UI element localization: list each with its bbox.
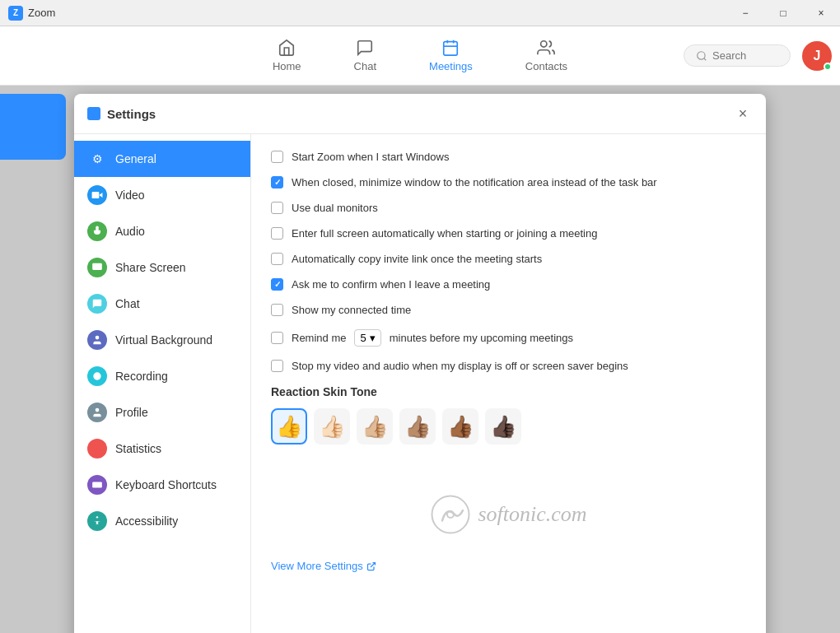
setting-dual-monitors: Use dual monitors <box>271 202 746 214</box>
statistics-icon <box>87 439 107 458</box>
tab-contacts[interactable]: Contacts <box>516 32 577 79</box>
sidebar-item-accessibility[interactable]: Accessibility <box>74 503 250 539</box>
label-start-zoom: Start Zoom when I start Windows <box>292 151 449 163</box>
search-bar[interactable] <box>684 44 791 67</box>
softonic-text: softonic.com <box>478 502 586 527</box>
skin-tone-default[interactable]: 👍 <box>271 408 307 444</box>
sidebar-label-profile: Profile <box>115 406 148 419</box>
app-title: Zoom <box>28 7 55 19</box>
sidebar-item-virtual-background[interactable]: Virtual Background <box>74 322 250 358</box>
keyboard-shortcuts-icon <box>87 475 107 495</box>
checkbox-fullscreen[interactable] <box>271 227 283 240</box>
svg-point-25 <box>432 496 469 533</box>
minimize-button[interactable]: − <box>726 0 764 26</box>
view-more-settings: View More Settings <box>271 560 746 572</box>
title-bar: Z Zoom − □ × <box>0 0 840 26</box>
setting-stop-video: Stop my video and audio when my display … <box>271 360 746 372</box>
reaction-skin-tone-section: Reaction Skin Tone 👍 👍🏻 👍🏼 👍🏽 👍🏾 👍🏿 <box>271 385 746 444</box>
sidebar-item-recording[interactable]: Recording <box>74 358 250 394</box>
avatar-initial: J <box>814 49 821 63</box>
video-icon <box>87 185 107 205</box>
sidebar-label-keyboard-shortcuts: Keyboard Shortcuts <box>115 478 217 491</box>
close-button[interactable]: × <box>802 0 840 26</box>
setting-start-zoom: Start Zoom when I start Windows <box>271 151 746 163</box>
sidebar-label-chat: Chat <box>115 297 140 310</box>
recording-icon <box>87 366 107 386</box>
zoom-icon: Z <box>8 6 23 21</box>
sidebar-label-audio: Audio <box>115 225 145 238</box>
sidebar-item-keyboard-shortcuts[interactable]: Keyboard Shortcuts <box>74 467 250 503</box>
tab-meetings-label: Meetings <box>429 60 473 72</box>
softonic-logo-icon <box>430 494 471 535</box>
skin-tone-2[interactable]: 👍🏼 <box>357 408 393 444</box>
label-fullscreen: Enter full screen automatically when sta… <box>292 227 597 240</box>
sidebar-label-video: Video <box>115 189 145 202</box>
bg-decoration <box>0 94 66 160</box>
sidebar-label-statistics: Statistics <box>115 442 161 455</box>
skin-tone-4[interactable]: 👍🏾 <box>442 408 478 444</box>
setting-minimize-window: When closed, minimize window to the noti… <box>271 176 746 189</box>
skin-tone-5[interactable]: 👍🏿 <box>485 408 521 444</box>
view-more-label: View More Settings <box>271 560 363 572</box>
sidebar-item-profile[interactable]: Profile <box>74 394 250 431</box>
general-icon: ⚙ <box>87 149 107 169</box>
svg-point-15 <box>96 408 100 412</box>
svg-point-13 <box>96 336 100 340</box>
app-logo: Z Zoom <box>8 6 55 21</box>
checkbox-copy-invite[interactable] <box>271 253 283 265</box>
reminder-value: 5 <box>360 332 366 344</box>
view-more-link[interactable]: View More Settings <box>271 560 746 572</box>
tab-meetings[interactable]: Meetings <box>419 32 483 79</box>
label-minimize-window: When closed, minimize window to the noti… <box>292 176 657 189</box>
svg-point-24 <box>96 516 98 518</box>
checkbox-dual-monitors[interactable] <box>271 202 283 214</box>
chat-icon <box>87 294 107 314</box>
reminder-minutes-select[interactable]: 5 ▾ <box>354 329 380 347</box>
modal-title: Settings <box>87 107 156 121</box>
checkbox-confirm-leave[interactable] <box>271 278 283 291</box>
modal-close-button[interactable]: × <box>733 104 753 123</box>
skin-tones: 👍 👍🏻 👍🏼 👍🏽 👍🏾 👍🏿 <box>271 408 746 444</box>
profile-icon <box>87 403 107 422</box>
sidebar-item-video[interactable]: Video <box>74 177 250 213</box>
setting-connected-time: Show my connected time <box>271 304 746 316</box>
content-area: Settings × ⚙ General Video <box>0 86 840 633</box>
sidebar-label-recording: Recording <box>115 370 168 383</box>
tab-chat-label: Chat <box>354 60 376 72</box>
checkbox-start-zoom[interactable] <box>271 151 283 163</box>
tab-home-label: Home <box>273 60 301 72</box>
checkbox-minimize-window[interactable] <box>271 176 283 189</box>
label-connected-time: Show my connected time <box>292 304 411 316</box>
sidebar-item-chat[interactable]: Chat <box>74 286 250 322</box>
sidebar-item-general[interactable]: ⚙ General <box>74 141 250 177</box>
sidebar-item-audio[interactable]: Audio <box>74 213 250 249</box>
sidebar-item-share-screen[interactable]: Share Screen <box>74 249 250 286</box>
svg-point-5 <box>698 51 705 58</box>
skin-tone-3[interactable]: 👍🏽 <box>399 408 436 444</box>
checkbox-reminder[interactable] <box>271 332 283 344</box>
maximize-button[interactable]: □ <box>764 0 802 26</box>
reminder-dropdown-arrow: ▾ <box>370 332 376 344</box>
label-stop-video: Stop my video and audio when my display … <box>292 360 628 372</box>
main-nav: Home Chat Meetings <box>0 26 840 86</box>
settings-modal-icon <box>87 107 100 120</box>
sidebar-label-virtual-background: Virtual Background <box>115 333 212 347</box>
avatar[interactable]: J <box>802 41 832 71</box>
search-input[interactable] <box>712 49 778 62</box>
svg-rect-8 <box>92 192 100 198</box>
tab-chat[interactable]: Chat <box>344 32 386 79</box>
tab-home[interactable]: Home <box>263 32 311 79</box>
sidebar-label-share-screen: Share Screen <box>115 261 186 274</box>
svg-marker-7 <box>99 193 102 198</box>
share-screen-icon <box>87 258 107 277</box>
svg-rect-10 <box>92 263 102 270</box>
softonic-watermark: softonic.com <box>271 494 746 535</box>
skin-tone-1[interactable]: 👍🏻 <box>314 408 350 444</box>
sidebar-item-statistics[interactable]: Statistics <box>74 431 250 467</box>
checkbox-connected-time[interactable] <box>271 304 283 316</box>
label-dual-monitors: Use dual monitors <box>292 202 378 214</box>
external-link-icon <box>366 561 376 571</box>
checkbox-stop-video[interactable] <box>271 360 283 372</box>
settings-sidebar: ⚙ General Video Audio <box>74 134 251 633</box>
label-remind-me-suffix: minutes before my upcoming meetings <box>390 332 573 344</box>
